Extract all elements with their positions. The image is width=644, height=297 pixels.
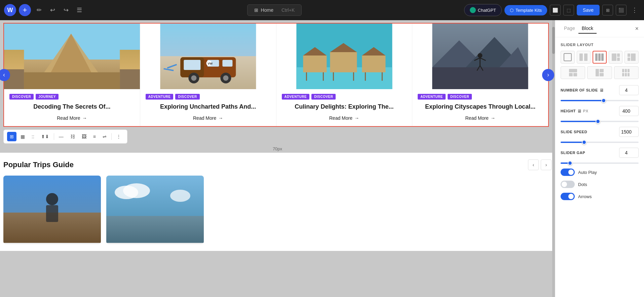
responsive-icon[interactable]: ⬜ <box>550 5 561 15</box>
toolbar-columns-btn[interactable]: ⊞ <box>7 132 16 141</box>
read-more-4[interactable]: Read More → <box>418 115 543 121</box>
slide-image-egypt <box>4 24 140 89</box>
arrows-label: Arrows <box>578 194 592 199</box>
svg-rect-69 <box>625 69 627 72</box>
number-of-slide-label: NUMBER OF SLIDE 🖥 <box>561 88 604 93</box>
slide-speed-track[interactable] <box>561 142 639 143</box>
svg-rect-73 <box>628 73 630 76</box>
slide-card-2: VW ADVENTURE <box>140 24 276 126</box>
height-track[interactable] <box>561 121 639 122</box>
dots-knob <box>562 182 567 187</box>
toolbar-more-btn[interactable]: ⋮ <box>114 132 124 141</box>
tag-discover-4: DISCOVER <box>448 94 472 100</box>
svg-rect-52 <box>584 53 588 61</box>
slider-gap-thumb[interactable] <box>568 161 572 165</box>
svg-rect-46 <box>106 176 204 243</box>
slide-tags-3: ADVENTURE DISCOVER <box>282 94 407 100</box>
svg-rect-70 <box>628 69 630 72</box>
read-more-1[interactable]: Read More → <box>9 115 135 121</box>
toolbar-move-btn[interactable]: ⬆⬇ <box>38 132 52 141</box>
number-of-slide-row: NUMBER OF SLIDE 🖥 <box>561 85 639 95</box>
slide-tags-4: ADVENTURE DISCOVER <box>418 94 543 100</box>
chatgpt-label: ChatGPT <box>478 8 496 13</box>
tab-page[interactable]: Page <box>561 24 578 34</box>
more-options-icon[interactable]: ⋮ <box>629 5 640 15</box>
redo-icon[interactable]: ↪ <box>61 5 71 15</box>
canvas-area[interactable]: ‹ <box>0 20 555 297</box>
templatekits-button[interactable]: ⬡ Template Kits <box>504 5 547 15</box>
layout-option-7[interactable] <box>587 66 612 79</box>
layout-option-3[interactable] <box>593 51 607 64</box>
home-button[interactable]: ⊞ Home Ctrl+K <box>247 4 302 16</box>
svg-rect-71 <box>622 73 624 76</box>
slide-card-4: ADVENTURE DISCOVER Exploring Cityscapes … <box>412 24 548 126</box>
arrows-knob <box>568 194 574 199</box>
slider-gap-track[interactable] <box>561 162 639 164</box>
topbar-right: ChatGPT ⬡ Template Kits ⬜ ⬚ Save ⊞ ⬛ ⋮ <box>464 4 640 16</box>
layout-option-2[interactable] <box>577 51 591 64</box>
toolbar-list-btn[interactable]: ≡ <box>90 132 99 141</box>
popular-title: Popular Trips Guide <box>3 160 74 169</box>
toolbar-drag-btn[interactable]: :: <box>29 132 37 141</box>
auto-play-toggle[interactable] <box>561 169 575 176</box>
list-icon[interactable]: ☰ <box>74 5 85 15</box>
height-label: HEIGHT 🖥 px <box>561 109 589 114</box>
slide-speed-thumb[interactable] <box>582 140 586 145</box>
slider-next-button[interactable]: › <box>542 69 554 81</box>
toolbar-block-btn[interactable]: ▦ <box>18 132 28 141</box>
toolbar-image-btn[interactable]: 🖼 <box>79 132 89 141</box>
number-of-slide-thumb[interactable] <box>601 98 606 103</box>
height-thumb[interactable] <box>596 119 600 124</box>
read-more-3[interactable]: Read More → <box>282 115 407 121</box>
slide-title-1: Decoding The Secrets Of... <box>9 103 135 111</box>
slide-speed-label: SLIDE SPEED <box>561 130 587 134</box>
panel-close-button[interactable]: × <box>635 25 639 32</box>
fullscreen-icon[interactable]: ⬛ <box>616 5 627 15</box>
wp-logo[interactable]: W <box>4 4 16 16</box>
undo-icon[interactable]: ↩ <box>47 5 58 15</box>
dots-label: Dots <box>578 182 587 187</box>
layout-option-4[interactable] <box>609 51 623 64</box>
tab-block[interactable]: Block <box>578 24 597 34</box>
svg-point-44 <box>46 193 58 205</box>
layout-option-5[interactable] <box>624 51 639 64</box>
chatgpt-button[interactable]: ChatGPT <box>464 4 502 16</box>
svg-rect-64 <box>573 73 577 76</box>
slide-speed-input[interactable] <box>619 127 639 137</box>
slide-title-3: Culinary Delights: Exploring The... <box>282 103 407 111</box>
read-more-2[interactable]: Read More → <box>146 115 271 121</box>
svg-rect-7 <box>184 60 200 70</box>
add-button[interactable]: + <box>19 4 31 16</box>
layout-option-1[interactable] <box>561 51 575 64</box>
toolbar-settings-btn[interactable]: ⇌ <box>100 132 109 141</box>
home-label: Home <box>261 7 273 13</box>
popular-prev-btn[interactable]: ‹ <box>528 159 539 170</box>
layout-option-8[interactable] <box>614 66 639 79</box>
tag-discover-1: DISCOVER <box>9 94 34 100</box>
svg-rect-56 <box>612 53 616 61</box>
svg-rect-24 <box>362 55 385 72</box>
svg-rect-60 <box>628 58 630 61</box>
arrows-toggle[interactable] <box>561 193 575 200</box>
templatekits-icon: ⬡ <box>510 8 514 13</box>
slider-gap-input[interactable] <box>619 148 639 158</box>
layout-grid-row1 <box>561 51 639 64</box>
toolbar-link-btn[interactable]: ⛓ <box>68 132 78 141</box>
pencil-icon[interactable]: ✏ <box>34 5 44 15</box>
auto-play-row: Auto Play <box>561 169 639 176</box>
number-of-slide-input[interactable] <box>619 85 639 95</box>
slide-tags-2: ADVENTURE DISCOVER <box>146 94 271 100</box>
popular-next-btn[interactable]: › <box>541 159 552 170</box>
svg-rect-51 <box>579 53 583 61</box>
dots-toggle[interactable] <box>561 181 575 188</box>
layout-option-6[interactable] <box>561 66 585 79</box>
toolbar-divider-2 <box>111 133 112 140</box>
toolbar-align-btn[interactable]: — <box>56 132 66 141</box>
number-of-slide-track[interactable] <box>561 100 639 101</box>
preview-icon[interactable]: ⬚ <box>563 5 574 15</box>
dots-row: Dots <box>561 181 639 188</box>
save-button[interactable]: Save <box>577 5 600 15</box>
multisite-icon[interactable]: ⊞ <box>602 5 613 15</box>
popular-section: Popular Trips Guide ‹ › <box>0 153 555 251</box>
height-input[interactable] <box>619 106 639 116</box>
